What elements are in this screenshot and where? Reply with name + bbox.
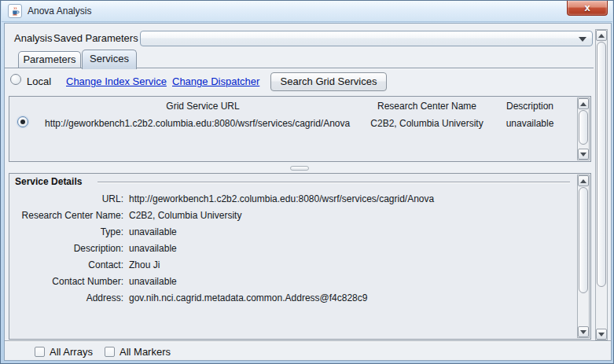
scrollbar-thumb[interactable] — [579, 187, 588, 293]
detail-label: Contact: — [9, 259, 123, 270]
saved-parameters-label: Saved Parameters — [53, 32, 138, 44]
service-url-cell: http://geworkbench1.c2b2.columbia.edu:80… — [45, 118, 350, 129]
detail-row-research-center-name: Research Center Name: C2B2, Columbia Uni… — [9, 210, 572, 224]
analysis-menu[interactable]: Analysis — [14, 32, 52, 44]
title-bar[interactable]: Anova Analysis x — [2, 1, 612, 22]
description-cell: unavailable — [491, 118, 569, 129]
local-radio[interactable] — [10, 74, 21, 85]
saved-parameters-combo[interactable] — [140, 31, 593, 46]
chevron-down-icon — [579, 37, 586, 42]
tab-services[interactable]: Services — [82, 50, 137, 69]
detail-value: Zhou Ji — [129, 259, 160, 270]
column-header-research-center-name: Research Center Name — [363, 101, 491, 112]
scroll-down-icon — [598, 333, 605, 336]
close-icon: x — [584, 2, 590, 13]
detail-label: Description: — [9, 243, 123, 254]
detail-label: Research Center Name: — [9, 210, 123, 221]
close-button[interactable]: x — [567, 1, 608, 16]
column-header-description: Description — [491, 101, 569, 112]
detail-label: Contact Number: — [9, 276, 123, 287]
scroll-up-icon — [580, 102, 586, 106]
scroll-up-icon — [598, 34, 605, 38]
detail-value: C2B2, Columbia University — [129, 210, 241, 221]
scrollbar-thumb[interactable] — [579, 110, 588, 145]
detail-value: unavailable — [129, 243, 177, 254]
split-divider-handle[interactable] — [290, 166, 309, 171]
scroll-up-button[interactable] — [596, 30, 607, 41]
all-arrays-label: All Arrays — [50, 346, 93, 358]
table-scrollbar[interactable] — [577, 97, 590, 160]
all-markers-label: All Markers — [119, 346, 171, 358]
scrollbar-thumb[interactable] — [597, 42, 606, 287]
service-details-panel: Service Details URL: http://geworkbench1… — [9, 173, 591, 340]
detail-label: Address: — [9, 292, 123, 303]
research-center-cell: C2B2, Columbia University — [363, 118, 491, 129]
detail-value: http://geworkbench1.c2b2.columbia.edu:80… — [129, 193, 434, 204]
detail-row-description: Description: unavailable — [9, 243, 572, 257]
analysis-panel: Analysis Saved Parameters Parameters Ser… — [4, 23, 612, 361]
java-app-icon — [8, 4, 22, 18]
scroll-down-icon — [580, 153, 586, 156]
local-radio-label: Local — [27, 75, 51, 87]
detail-row-url: URL: http://geworkbench1.c2b2.columbia.e… — [9, 193, 572, 208]
scroll-down-button[interactable] — [578, 149, 589, 160]
all-markers-checkbox[interactable] — [105, 347, 115, 357]
scroll-up-button[interactable] — [578, 175, 589, 186]
scroll-down-icon — [580, 330, 586, 334]
detail-row-type: Type: unavailable — [9, 226, 572, 241]
tab-parameters[interactable]: Parameters — [18, 51, 81, 68]
details-scrollbar[interactable] — [577, 175, 590, 338]
anova-analysis-window: Anova Analysis x Analysis Saved Paramete… — [0, 0, 614, 364]
service-row-radio[interactable] — [17, 116, 28, 127]
grid-services-table: Grid Service URL Research Center Name De… — [9, 96, 591, 162]
detail-value: unavailable — [129, 276, 177, 287]
detail-value: unavailable — [129, 226, 177, 237]
detail-row-contact: Contact: Zhou Ji — [9, 259, 572, 274]
window-title: Anova Analysis — [28, 6, 91, 17]
scroll-down-button[interactable] — [578, 326, 589, 337]
all-arrays-checkbox[interactable] — [35, 347, 45, 357]
search-grid-services-button[interactable]: Search Grid Services — [270, 72, 387, 91]
titled-border-line — [97, 182, 570, 183]
change-dispatcher-link[interactable]: Change Dispatcher — [172, 75, 259, 87]
panel-scrollbar[interactable] — [595, 29, 608, 340]
detail-label: URL: — [9, 193, 123, 204]
detail-row-contact-number: Contact Number: unavailable — [9, 276, 572, 290]
footer-bar: All Arrays All Markers — [5, 340, 611, 360]
detail-label: Type: — [9, 226, 123, 237]
scroll-up-button[interactable] — [578, 98, 589, 109]
scroll-up-icon — [580, 179, 586, 183]
column-header-grid-service-url: Grid Service URL — [42, 101, 363, 112]
service-details-title: Service Details — [15, 176, 82, 187]
detail-row-address: Address: gov.nih.nci.cagrid.metadata.com… — [9, 292, 572, 307]
detail-value: gov.nih.nci.cagrid.metadata.common.Addre… — [129, 292, 367, 303]
scroll-down-button[interactable] — [596, 329, 607, 340]
change-index-service-link[interactable]: Change Index Service — [66, 75, 167, 87]
